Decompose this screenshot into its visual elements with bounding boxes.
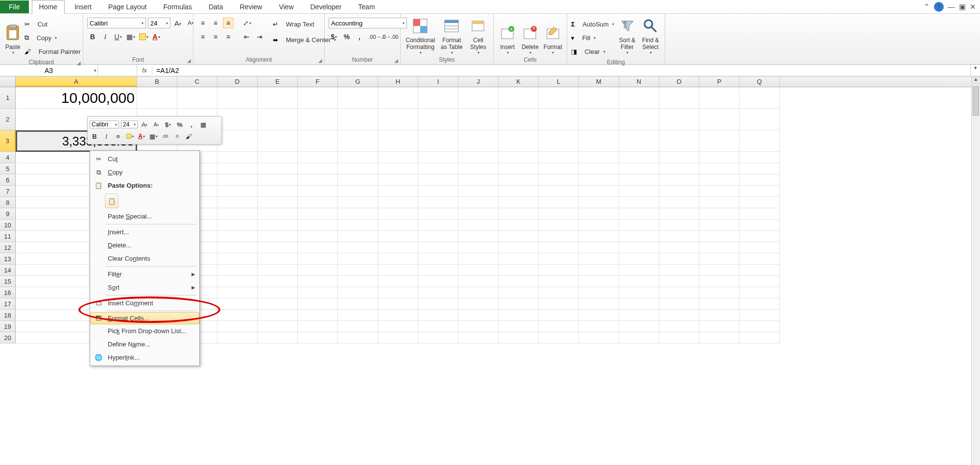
cell-G7[interactable] [338,186,378,197]
decrease-indent-button[interactable]: ⇤ [241,31,252,42]
cell-K15[interactable] [499,276,539,287]
cell-G13[interactable] [338,253,378,265]
cell-F15[interactable] [298,276,338,287]
cell-K12[interactable] [499,242,539,253]
cell-J6[interactable] [458,174,499,186]
cell-E17[interactable] [258,298,298,310]
cell-N2[interactable] [619,109,659,130]
cell-F18[interactable] [298,310,338,321]
cell-D16[interactable] [217,287,258,298]
borders-button[interactable]: ▦▾ [125,31,136,42]
percent-button[interactable]: % [341,31,352,42]
mini-size-select[interactable]: 24▾ [121,121,138,128]
cell-K10[interactable] [499,220,539,231]
cell-M11[interactable] [579,231,619,242]
cell-Q13[interactable] [740,253,780,265]
cell-N5[interactable] [619,163,659,174]
cell-G11[interactable] [338,231,378,242]
cell-P9[interactable] [699,208,740,220]
cell-J16[interactable] [458,287,499,298]
cell-D9[interactable] [217,208,258,220]
tab-formulas[interactable]: Formulas [157,0,199,13]
cell-P17[interactable] [699,298,740,310]
mini-align[interactable]: ≡ [113,131,123,141]
cell-L16[interactable] [539,287,579,298]
cell-H8[interactable] [378,197,418,208]
cell-O17[interactable] [659,298,699,310]
cell-G3[interactable] [338,130,378,152]
cell-M13[interactable] [579,253,619,265]
cell-I2[interactable] [418,109,458,130]
row-header-2[interactable]: 2 [0,109,16,130]
col-header-H[interactable]: H [378,76,418,87]
mini-shrink-font[interactable]: A▾ [151,120,161,129]
cell-P16[interactable] [699,287,740,298]
row-header-1[interactable]: 1 [0,87,16,109]
cell-G1[interactable] [338,87,378,109]
cell-N8[interactable] [619,197,659,208]
number-format-select[interactable]: Accounting▾ [329,18,407,28]
cell-H5[interactable] [378,163,418,174]
font-size-select[interactable]: 24▾ [148,18,170,28]
cell-G5[interactable] [338,163,378,174]
cell-J7[interactable] [458,186,499,197]
cell-L12[interactable] [539,242,579,253]
vertical-scrollbar[interactable]: ▲ [971,76,980,465]
cell-Q15[interactable] [740,276,780,287]
col-header-K[interactable]: K [499,76,539,87]
col-header-O[interactable]: O [659,76,699,87]
cell-K8[interactable] [499,197,539,208]
cell-P5[interactable] [699,163,740,174]
cell-K3[interactable] [499,130,539,152]
cell-H4[interactable] [378,152,418,163]
format-as-table-button[interactable]: Format as Table▾ [439,16,464,55]
cell-G14[interactable] [338,265,378,276]
cell-I4[interactable] [418,152,458,163]
col-header-C[interactable]: C [177,76,217,87]
cell-G19[interactable] [338,321,378,332]
cell-N18[interactable] [619,310,659,321]
cell-Q4[interactable] [740,152,780,163]
decrease-decimal-button[interactable]: .0→.00 [384,31,395,42]
row-header-11[interactable]: 11 [0,231,16,242]
cell-Q19[interactable] [740,321,780,332]
select-all-corner[interactable] [0,76,16,87]
cell-G8[interactable] [338,197,378,208]
cell-I3[interactable] [418,130,458,152]
comma-button[interactable]: , [354,31,365,42]
cell-L3[interactable] [539,130,579,152]
cell-H14[interactable] [378,265,418,276]
cell-P6[interactable] [699,174,740,186]
cell-O11[interactable] [659,231,699,242]
cell-M8[interactable] [579,197,619,208]
cell-P8[interactable] [699,197,740,208]
cell-Q8[interactable] [740,197,780,208]
cell-C1[interactable] [177,87,217,109]
cell-J9[interactable] [458,208,499,220]
cell-N6[interactable] [619,174,659,186]
orientation-button[interactable]: ⤢▾ [241,18,252,28]
cell-G9[interactable] [338,208,378,220]
cell-G12[interactable] [338,242,378,253]
cell-D8[interactable] [217,197,258,208]
cell-M20[interactable] [579,332,619,343]
cell-E15[interactable] [258,276,298,287]
cell-Q18[interactable] [740,310,780,321]
number-launcher-icon[interactable]: ◢ [394,58,398,63]
minimize-ribbon-icon[interactable]: ⌃ [924,2,930,11]
col-header-M[interactable]: M [579,76,619,87]
row-header-10[interactable]: 10 [0,220,16,231]
cell-K2[interactable] [499,109,539,130]
cell-E12[interactable] [258,242,298,253]
cell-M19[interactable] [579,321,619,332]
cell-J11[interactable] [458,231,499,242]
cell-I5[interactable] [418,163,458,174]
cell-I20[interactable] [418,332,458,343]
cell-M18[interactable] [579,310,619,321]
cell-O7[interactable] [659,186,699,197]
row-header-20[interactable]: 20 [0,332,16,343]
align-center-button[interactable]: ≡ [210,31,221,42]
cell-H9[interactable] [378,208,418,220]
cell-D5[interactable] [217,163,258,174]
cell-I10[interactable] [418,220,458,231]
